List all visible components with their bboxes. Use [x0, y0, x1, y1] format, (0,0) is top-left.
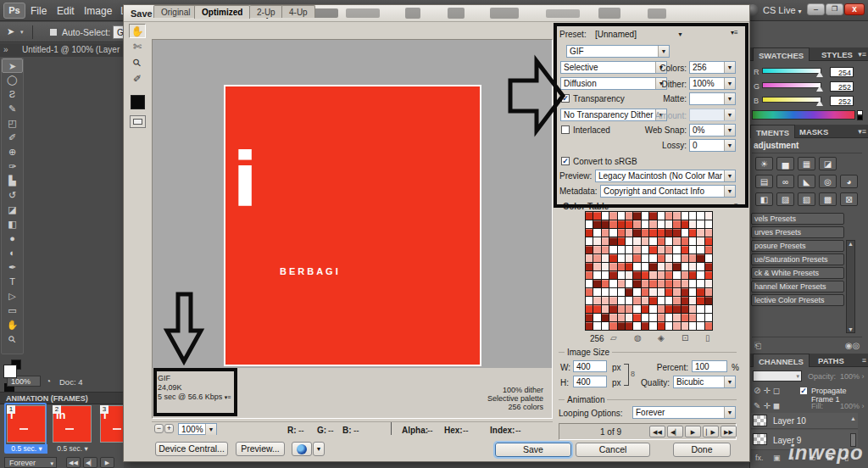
color-swatch[interactable] [586, 237, 593, 245]
color-swatch[interactable] [673, 220, 680, 228]
color-swatch[interactable] [658, 322, 665, 330]
color-swatch[interactable] [682, 229, 688, 237]
zoom-in-button[interactable]: + [164, 424, 174, 433]
blur-tool[interactable]: ● [2, 231, 23, 246]
color-swatch[interactable] [673, 212, 680, 220]
color-swatch[interactable] [689, 271, 696, 279]
eyedropper-color-swatch[interactable] [131, 95, 145, 109]
preset-dropdown[interactable]: [Unnamed]▼ [592, 28, 687, 41]
color-swatch[interactable] [697, 246, 704, 254]
color-swatch[interactable] [586, 297, 593, 304]
preset-list-item[interactable]: ck & White Presets [751, 267, 844, 279]
color-swatch[interactable] [586, 305, 593, 313]
color-swatch[interactable] [697, 254, 704, 262]
color-swatch[interactable] [697, 314, 704, 321]
slider-thumb[interactable] [816, 71, 823, 77]
color-swatch[interactable] [633, 280, 640, 287]
looping-options-dropdown[interactable]: Forever▼ [632, 406, 736, 419]
color-swatch[interactable] [649, 237, 656, 245]
b-slider[interactable] [762, 97, 821, 103]
color-swatch[interactable] [665, 246, 672, 254]
preview-dropdown[interactable]: Legacy Macintosh (No Color Management)▼ [595, 170, 736, 182]
color-swatch[interactable] [593, 229, 600, 237]
tab-swatches[interactable]: SWATCHES [753, 47, 810, 61]
color-swatch[interactable] [705, 288, 712, 296]
tab-2up[interactable]: 2-Up [249, 5, 283, 18]
color-swatch[interactable] [626, 271, 632, 279]
color-swatch[interactable] [633, 271, 640, 279]
color-swatch[interactable] [682, 271, 688, 279]
lossy-dropdown[interactable]: 0▼ [689, 139, 736, 152]
color-swatch[interactable] [642, 322, 648, 330]
color-swatch[interactable] [665, 220, 672, 228]
color-swatch[interactable] [642, 254, 648, 262]
color-swatch[interactable] [602, 297, 609, 304]
color-swatch[interactable] [665, 280, 672, 287]
color-swatch[interactable] [633, 246, 640, 254]
color-swatch[interactable] [705, 322, 712, 330]
color-swatch[interactable] [609, 212, 616, 220]
layer-style-icon[interactable]: fx. [755, 454, 764, 462]
frame-delay-dropdown[interactable]: 0.5 sec. ▾ [52, 444, 93, 454]
color-swatch[interactable] [673, 305, 680, 313]
color-swatch[interactable] [697, 220, 704, 228]
gradient-map-icon[interactable]: ▩ [819, 192, 837, 206]
marquee-tool[interactable]: ◯ [2, 73, 23, 87]
preset-list-item[interactable]: posure Presets [751, 240, 844, 252]
color-swatch[interactable] [618, 229, 625, 237]
color-swatch[interactable] [626, 229, 632, 237]
lasso-tool[interactable]: Ƨ [2, 87, 23, 102]
color-swatch[interactable] [609, 288, 616, 296]
invert-icon[interactable]: ◧ [755, 192, 773, 206]
color-swatch[interactable] [649, 271, 656, 279]
color-swatch[interactable] [642, 305, 648, 313]
color-swatch[interactable] [593, 297, 600, 304]
toggle-slices-visibility-button[interactable] [130, 115, 146, 128]
menu-image[interactable]: Image [84, 5, 112, 17]
color-swatch[interactable] [658, 280, 665, 287]
color-swatch[interactable] [705, 314, 712, 321]
rectangle-tool[interactable]: ▭ [2, 304, 23, 318]
layer-name[interactable]: Layer 10 [773, 416, 806, 426]
color-swatch[interactable] [682, 237, 688, 245]
color-swatch[interactable] [665, 254, 672, 262]
play-button[interactable]: ▶ [685, 426, 701, 437]
quick-selection-tool[interactable]: ✎ [2, 102, 23, 116]
panel-menu-icon[interactable]: ▾≡ [858, 50, 866, 58]
color-swatch[interactable] [705, 237, 712, 245]
color-swatch[interactable] [593, 237, 600, 245]
preset-list-item[interactable]: hannel Mixer Presets [751, 281, 844, 292]
dither-method-dropdown[interactable]: Diffusion▼ [560, 77, 667, 90]
color-swatch[interactable] [649, 246, 656, 254]
close-button[interactable]: x [844, 3, 865, 15]
history-brush-tool[interactable]: ↺ [2, 188, 23, 203]
color-swatch[interactable] [618, 220, 625, 228]
color-swatch[interactable] [602, 305, 609, 313]
color-swatch[interactable] [618, 305, 625, 313]
color-swatch[interactable] [602, 322, 609, 330]
color-swatch[interactable] [682, 263, 688, 270]
color-swatch[interactable] [602, 288, 609, 296]
color-swatch[interactable] [626, 322, 632, 330]
zoom-tool[interactable]: ⚲ [126, 52, 148, 74]
color-swatch[interactable] [602, 237, 609, 245]
color-swatch[interactable] [673, 314, 680, 321]
eraser-tool[interactable]: ◪ [2, 203, 23, 217]
color-swatch[interactable] [609, 305, 616, 313]
color-swatch[interactable] [602, 254, 609, 262]
color-swatch[interactable] [618, 280, 625, 287]
color-swatch[interactable] [673, 297, 680, 304]
tab-adjustments[interactable]: TMENTS [750, 125, 795, 138]
color-swatch[interactable] [602, 280, 609, 287]
opacity-value[interactable]: 100% › [840, 372, 865, 381]
color-swatch[interactable] [682, 322, 688, 330]
color-swatch[interactable] [705, 297, 712, 304]
b-value-field[interactable]: 252 [830, 96, 854, 106]
color-swatch[interactable] [642, 271, 648, 279]
color-swatch[interactable] [593, 212, 600, 220]
loop-count-dropdown[interactable]: Forever▾ [4, 457, 57, 468]
color-swatch[interactable] [609, 237, 616, 245]
color-swatch[interactable] [633, 314, 640, 321]
color-swatch[interactable] [609, 263, 616, 270]
color-swatch[interactable] [697, 280, 704, 287]
